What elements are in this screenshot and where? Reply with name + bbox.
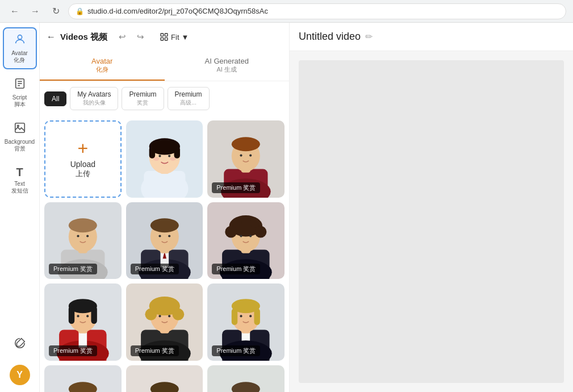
svg-point-85 xyxy=(240,315,242,318)
history-buttons: ↩ ↪ xyxy=(114,29,148,45)
svg-point-27 xyxy=(240,154,242,156)
tab-ai-main: AI Generated xyxy=(169,57,285,65)
preview-header: Untitled video ✏ xyxy=(290,23,573,51)
svg-point-34 xyxy=(77,235,79,237)
svg-point-53 xyxy=(250,218,260,228)
upload-label-zh: 上传 xyxy=(76,169,90,179)
filter-premium2-button[interactable]: Premium高级... xyxy=(168,87,210,110)
svg-point-50 xyxy=(225,226,237,237)
avatar-card-8[interactable]: Premium 奖赏 xyxy=(207,283,285,361)
svg-rect-7 xyxy=(161,34,164,36)
svg-point-73 xyxy=(150,301,160,310)
svg-rect-10 xyxy=(165,37,168,40)
svg-point-72 xyxy=(172,308,184,320)
address-bar[interactable]: 🔒 studio.d-id.com/editor2/prj_z07oQ6CMQ8… xyxy=(68,3,566,19)
text-label-zh: 发短信 xyxy=(11,187,28,194)
background-label-en: Background xyxy=(5,139,35,145)
panel-header: ← Videos 视频 ↩ ↪ Fit ▼ xyxy=(40,23,289,51)
redo-button[interactable]: ↪ xyxy=(132,29,148,45)
premium-badge-5: Premium 奖赏 xyxy=(212,264,260,274)
fit-chevron: ▼ xyxy=(182,33,189,41)
avatar-card-5[interactable]: Premium 奖赏 xyxy=(207,202,285,280)
sidebar-item-background[interactable]: Background 背景 xyxy=(3,116,37,158)
filter-premium-button[interactable]: Premium奖赏 xyxy=(122,87,164,110)
background-icon xyxy=(14,122,26,137)
avatar-card-7[interactable]: Premium 奖赏 xyxy=(126,283,203,361)
avatar-icon xyxy=(14,33,26,48)
svg-point-65 xyxy=(86,315,89,318)
upload-plus-icon: + xyxy=(77,139,88,157)
svg-point-20 xyxy=(153,157,159,161)
tab-ai-sub: AI 生成 xyxy=(169,65,285,74)
refresh-button[interactable]: ↻ xyxy=(48,3,64,19)
svg-point-105 xyxy=(232,382,260,392)
svg-point-74 xyxy=(169,301,178,310)
script-label-zh: 脚本 xyxy=(12,101,27,108)
sidebar-item-text[interactable]: T Text 发短信 xyxy=(3,160,37,200)
upload-label-en: Upload xyxy=(70,160,95,169)
tab-ai-generated[interactable]: AI Generated AI 生成 xyxy=(165,51,290,81)
premium-badge-7: Premium 奖赏 xyxy=(131,345,179,356)
premium-badge-6: Premium 奖赏 xyxy=(49,345,97,356)
svg-point-86 xyxy=(249,315,252,318)
premium-badge-3: Premium 奖赏 xyxy=(49,264,97,274)
svg-point-18 xyxy=(158,155,161,157)
preview-title: Untitled video xyxy=(299,31,361,43)
svg-point-64 xyxy=(77,315,79,318)
browser-chrome: ← → ↻ 🔒 studio.d-id.com/editor2/prj_z07o… xyxy=(0,0,573,23)
svg-rect-62 xyxy=(69,306,74,324)
panel-area: ← Videos 视频 ↩ ↪ Fit ▼ Avatar 化身 xyxy=(40,23,290,392)
tab-avatar-main: Avatar xyxy=(44,57,160,65)
filter-my-avatars-button[interactable]: My Avatars我的头像 xyxy=(70,87,118,110)
tab-avatar[interactable]: Avatar 化身 xyxy=(40,51,165,81)
back-button[interactable]: ← xyxy=(7,3,23,19)
text-icon: T xyxy=(16,166,23,179)
svg-point-55 xyxy=(249,235,252,237)
svg-rect-12 xyxy=(144,171,185,198)
svg-rect-16 xyxy=(149,147,154,159)
user-avatar-button[interactable]: Y xyxy=(10,365,30,385)
avatar-card-9[interactable] xyxy=(44,365,122,392)
svg-point-21 xyxy=(170,157,175,161)
svg-point-76 xyxy=(168,315,170,318)
filter-all-button[interactable]: All xyxy=(44,91,66,106)
sidebar-icons: Avatar 化身 Script 脚本 xyxy=(0,23,40,392)
script-icon xyxy=(14,77,26,93)
undo-button[interactable]: ↩ xyxy=(114,29,130,45)
sidebar-item-script[interactable]: Script 脚本 xyxy=(3,72,37,114)
lock-icon: 🔒 xyxy=(76,7,84,15)
svg-rect-83 xyxy=(232,308,237,325)
avatar-figure-1 xyxy=(126,120,203,198)
sidebar-item-avatar[interactable]: Avatar 化身 xyxy=(3,27,37,69)
avatar-card-10[interactable] xyxy=(126,365,203,392)
app-container: Avatar 化身 Script 脚本 xyxy=(0,23,573,392)
svg-point-51 xyxy=(255,226,267,237)
tabs-row: Avatar 化身 AI Generated AI 生成 xyxy=(40,51,289,81)
edit-title-icon[interactable]: ✏ xyxy=(365,31,373,42)
svg-point-43 xyxy=(158,235,161,237)
fit-label: Fit xyxy=(171,33,179,41)
avatar-card-3[interactable]: Premium 奖赏 xyxy=(44,202,122,280)
background-label-zh: 背景 xyxy=(5,145,35,152)
avatar-card-6[interactable]: Premium 奖赏 xyxy=(44,283,122,361)
svg-rect-5 xyxy=(15,123,24,133)
svg-rect-9 xyxy=(161,37,164,40)
avatar-card-4[interactable]: Premium 奖赏 xyxy=(126,202,203,280)
avatar-card-11[interactable] xyxy=(207,365,285,392)
avatar-card-1[interactable] xyxy=(126,120,203,198)
text-label-en: Text xyxy=(11,181,28,187)
sidebar-item-sticker[interactable] xyxy=(3,331,37,358)
back-to-videos-button[interactable]: ← xyxy=(47,32,56,42)
avatar-card-2[interactable]: Premium 奖赏 xyxy=(207,120,285,198)
avatar-grid-container[interactable]: + Upload 上传 xyxy=(40,116,289,392)
svg-point-0 xyxy=(18,35,22,39)
premium-badge-2: Premium 奖赏 xyxy=(212,182,260,193)
svg-point-33 xyxy=(69,218,97,232)
svg-point-19 xyxy=(168,155,170,157)
forward-button[interactable]: → xyxy=(27,3,43,19)
svg-point-26 xyxy=(232,137,260,151)
svg-point-44 xyxy=(168,235,170,237)
upload-card[interactable]: + Upload 上传 xyxy=(44,120,122,198)
svg-rect-84 xyxy=(254,308,260,325)
fit-button[interactable]: Fit ▼ xyxy=(155,30,193,44)
